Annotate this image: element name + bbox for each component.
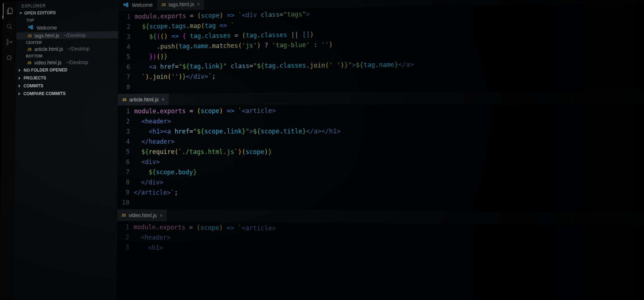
open-editor-welcome[interactable]: Welcome <box>16 22 118 33</box>
debug-icon[interactable] <box>2 50 16 65</box>
js-icon: JS <box>161 3 166 6</box>
source-control-icon[interactable] <box>2 34 16 50</box>
tab-label: article.html.js <box>130 97 159 103</box>
tab-article[interactable]: JS article.html.js × <box>118 94 169 105</box>
js-icon: JS <box>28 34 32 38</box>
file-path: ~/Desktop <box>67 46 90 52</box>
file-label: Welcome <box>36 25 57 31</box>
vscode-icon <box>123 1 129 9</box>
svg-point-4 <box>7 56 11 60</box>
line-gutter: 12345678 <box>118 11 135 92</box>
code-editor-tags[interactable]: 12345678 module.exports = (scope) => `<d… <box>118 3 644 94</box>
file-label: tags.html.js <box>34 33 59 39</box>
section-commits[interactable]: COMMITS <box>16 82 118 90</box>
js-icon: JS <box>27 47 31 51</box>
files-icon[interactable] <box>3 3 16 19</box>
search-icon[interactable] <box>3 19 16 34</box>
close-icon[interactable]: × <box>197 1 200 7</box>
svg-point-3 <box>10 41 12 43</box>
svg-point-0 <box>7 24 11 28</box>
tab-video[interactable]: JS video.html.js × <box>117 209 167 221</box>
file-path: ~/Desktop <box>63 32 86 38</box>
file-label: video.html.js <box>34 60 62 66</box>
tab-welcome[interactable]: Welcome <box>118 0 157 11</box>
tab-label: video.html.js <box>129 212 157 218</box>
svg-point-2 <box>6 43 8 45</box>
explorer-sidebar: EXPLORER OPEN EDITORS TOP Welcome JS tag… <box>14 0 118 300</box>
code-editor-video[interactable]: 123 module.exports = (scope) => `<articl… <box>117 221 644 261</box>
file-label: article.html.js <box>34 46 63 52</box>
editor-pane-center: JS article.html.js × 12345678910 module.… <box>117 90 644 213</box>
editor-pane-top: Welcome JS tags.html.js × 12345678 modul… <box>118 0 644 94</box>
open-editors-label: OPEN EDITORS <box>24 10 56 16</box>
open-editor-video[interactable]: JS video.html.js ~/Desktop <box>16 58 118 67</box>
line-gutter: 12345678910 <box>117 106 134 208</box>
svg-point-1 <box>7 39 8 41</box>
line-gutter: 123 <box>117 222 134 252</box>
section-compare-commits[interactable]: COMPARE COMMITS <box>16 89 118 98</box>
code-editor-article[interactable]: 12345678910 module.exports = (scope) => … <box>117 103 644 213</box>
tab-label: Welcome <box>132 2 153 8</box>
js-icon: JS <box>121 213 126 217</box>
code-content: module.exports = (scope) => `<article> <… <box>134 104 644 211</box>
tab-tags[interactable]: JS tags.html.js × <box>157 0 204 10</box>
code-content: module.exports = (scope) => `<article> <… <box>133 222 644 259</box>
editor-area: Welcome JS tags.html.js × 12345678 modul… <box>117 0 644 300</box>
section-projects[interactable]: PROJECTS <box>16 73 118 82</box>
js-icon: JS <box>27 61 31 65</box>
editor-pane-bottom: JS video.html.js × 123 module.exports = … <box>117 209 644 261</box>
close-icon[interactable]: × <box>161 97 164 102</box>
code-content: module.exports = (scope) => `<div class=… <box>134 4 644 92</box>
open-editors-section[interactable]: OPEN EDITORS <box>16 8 118 17</box>
js-icon: JS <box>122 98 126 102</box>
vscode-icon <box>28 24 34 31</box>
tab-label: tags.html.js <box>169 1 194 8</box>
file-path: ~/Desktop <box>66 59 88 65</box>
close-icon[interactable]: × <box>160 212 162 218</box>
section-no-folder[interactable]: NO FOLDER OPENED <box>16 65 118 74</box>
